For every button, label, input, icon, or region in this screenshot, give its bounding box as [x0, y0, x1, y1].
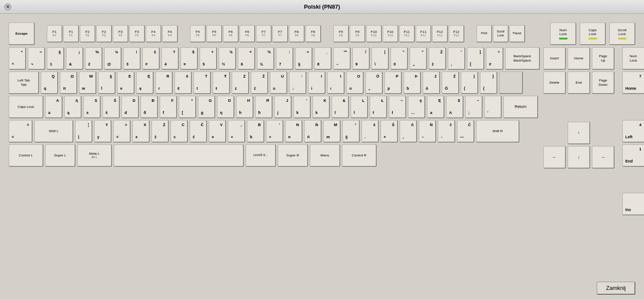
q-key[interactable]: Qq	[41, 72, 58, 94]
s2-key[interactable]: Ss	[83, 96, 101, 118]
tilde-key[interactable]: ~ł	[389, 96, 406, 118]
comma-key[interactable]: ,«	[228, 120, 245, 143]
aogonek-key[interactable]: Ąą	[64, 96, 82, 118]
w-key[interactable]: Ww	[79, 72, 96, 94]
insert-key[interactable]: Insert	[543, 47, 566, 70]
f3b-key[interactable]: F3F3	[129, 25, 145, 42]
z-key[interactable]: Zz	[232, 72, 249, 94]
f2b-key[interactable]: F2F2	[96, 25, 112, 42]
key-fiveeighths[interactable]: ⅝¾	[257, 47, 274, 70]
k-key[interactable]: Kk	[312, 96, 330, 118]
f5b-key[interactable]: F5F5	[207, 25, 222, 42]
sacute-key[interactable]: Śś	[102, 96, 120, 118]
rsq-key[interactable]: '»	[266, 120, 283, 143]
nacu-key[interactable]: Ŋŋ	[217, 96, 234, 118]
zdot2-key[interactable]: Żż	[251, 72, 268, 94]
f1-key[interactable]: F1F1	[47, 25, 62, 42]
page-down-key[interactable]: PageDown	[592, 72, 614, 94]
d-key[interactable]: Dd	[122, 96, 139, 118]
f11b-key[interactable]: F11F11	[416, 25, 431, 42]
num4-key[interactable]: 4Left	[622, 120, 644, 143]
apos-key[interactable]: 'k	[293, 96, 311, 118]
p-key[interactable]: Pp	[384, 72, 402, 94]
key-plus[interactable]: +5	[200, 47, 217, 70]
omega-key[interactable]: Ωπ	[60, 72, 77, 94]
u-key[interactable]: Uu	[270, 72, 287, 94]
f7-key[interactable]: F7F7	[256, 25, 272, 42]
s-key[interactable]: §l	[98, 72, 115, 94]
num1-key[interactable]: 1End	[622, 144, 644, 167]
tab-key[interactable]: Left Tab Tab	[9, 72, 39, 94]
key-threeeighths[interactable]: ⅜½	[219, 47, 236, 70]
t-key[interactable]: Tt	[194, 72, 211, 94]
pause-key[interactable]: Pause	[509, 25, 525, 42]
end-key[interactable]: End	[568, 72, 590, 94]
f3-key[interactable]: F3F3	[113, 25, 128, 42]
b-key[interactable]: Bb	[247, 120, 264, 143]
Eogonek-key[interactable]: Ęa	[427, 96, 444, 118]
c-key[interactable]: Cc	[171, 120, 188, 143]
amp-key[interactable]: &l	[332, 96, 349, 118]
return-key[interactable]: Return	[503, 96, 538, 118]
uparrow-key[interactable]: ↑↓	[289, 72, 306, 94]
squote-key[interactable]: x'	[484, 96, 502, 118]
key-pound[interactable]: £#	[142, 47, 160, 70]
right-nav-key[interactable]: →	[592, 146, 614, 169]
key-slash[interactable]: /9	[352, 47, 370, 70]
backspace-key[interactable]: BackSpace BackSpace	[505, 47, 540, 70]
shift-l-extra[interactable]: ><	[9, 120, 33, 143]
l-key[interactable]: Ll	[351, 96, 368, 118]
ctrl-r-key[interactable]: Control R	[342, 144, 377, 167]
key-section[interactable]: §1	[47, 47, 64, 70]
zamknij-button[interactable]: Zamknij	[597, 282, 635, 295]
numlock-key[interactable]: NumLock	[622, 47, 644, 70]
key-equals[interactable]: =6	[238, 47, 255, 70]
r-key[interactable]: Rr	[155, 72, 173, 94]
f1b-key[interactable]: F1F1	[63, 25, 79, 42]
n-key[interactable]: Nn	[285, 120, 302, 143]
down-key[interactable]: ↓	[568, 146, 590, 169]
f5-key[interactable]: F5F5	[190, 25, 206, 42]
page-up-key[interactable]: PageUp	[592, 47, 614, 70]
tbar-key[interactable]: Ŧŧ	[213, 72, 230, 94]
num7-key[interactable]: 7Home	[622, 72, 644, 94]
eogonek-key[interactable]: Ęę	[136, 72, 154, 94]
key-percent[interactable]: %2	[85, 47, 102, 70]
key-pipe[interactable]: |\	[371, 47, 389, 70]
a-key[interactable]: Aa	[45, 96, 62, 118]
scroll-lock-key[interactable]: ScrollLock	[493, 25, 509, 42]
key-underscore[interactable]: _8	[314, 47, 332, 70]
e-key[interactable]: Ee	[117, 72, 135, 94]
h-key[interactable]: Hh	[236, 96, 253, 118]
f9b-key[interactable]: F9F9	[350, 25, 365, 42]
f7b-key[interactable]: F7F7	[273, 25, 288, 42]
key-tm[interactable]: ™–	[333, 47, 351, 70]
menu-key[interactable]: Menu	[310, 144, 340, 167]
degree-key[interactable]: °§	[342, 120, 360, 143]
i-key[interactable]: Ii	[308, 72, 325, 94]
f12-key[interactable]: F12F12	[432, 25, 448, 42]
f8b-key[interactable]: F8F8	[306, 25, 321, 42]
f11-key[interactable]: F11F11	[399, 25, 415, 42]
key-notsign[interactable]: ¬¬	[28, 47, 45, 70]
caps-lock-key[interactable]: Caps Lock	[9, 96, 43, 118]
shift-l-key[interactable]: Shift L	[34, 120, 73, 143]
key-zdot[interactable]: Żż	[429, 47, 446, 70]
nacute-key[interactable]: Ńń	[304, 120, 322, 143]
key-div[interactable]: ÷≠	[486, 47, 503, 70]
dotless-i-key[interactable]: Iı	[327, 72, 345, 94]
gt-key[interactable]: ><	[113, 120, 131, 143]
space-key[interactable]	[114, 144, 244, 167]
bar-key[interactable]: ¦|	[75, 120, 92, 143]
key-dquote[interactable]: "0	[391, 47, 408, 70]
f10b-key[interactable]: F10F10	[383, 25, 398, 42]
sacute2-key[interactable]: ś.	[361, 120, 379, 143]
oacute-key[interactable]: Ó„	[365, 72, 383, 94]
dollar2-key[interactable]: $A	[446, 96, 463, 118]
meta-l-key[interactable]: Meta L Alt L	[77, 144, 112, 167]
ctrl-l-key[interactable]: Control L	[9, 144, 43, 167]
euro-key[interactable]: €€	[174, 72, 192, 94]
super-l-key[interactable]: Super L	[45, 144, 76, 167]
key-quote[interactable]: ',	[448, 47, 465, 70]
key-colon[interactable]: :7	[276, 47, 293, 70]
